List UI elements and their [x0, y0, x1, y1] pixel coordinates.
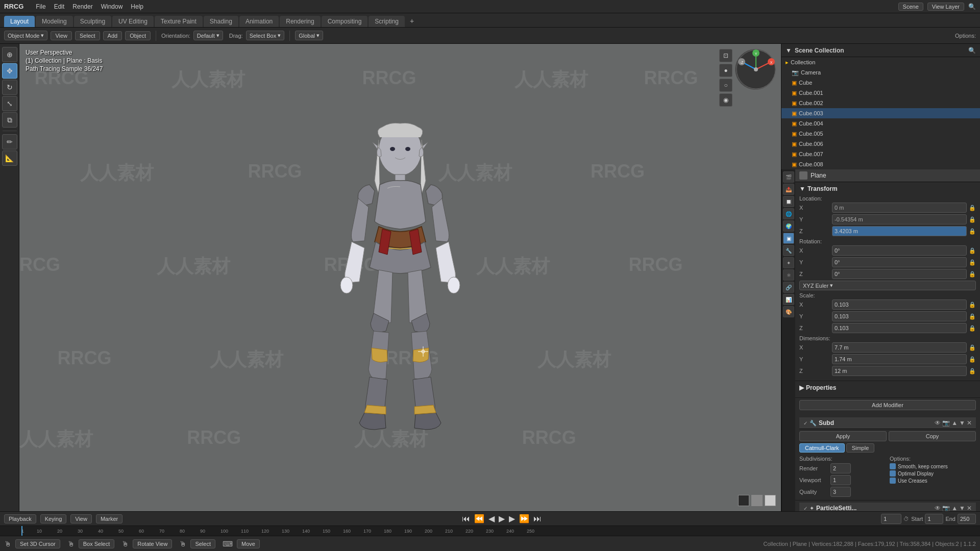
set-3d-cursor-button[interactable]: Set 3D Cursor — [15, 539, 60, 548]
subd-down-icon[interactable]: ▼ — [959, 419, 965, 427]
prev-frame-icon[interactable]: ◀ — [488, 514, 495, 523]
rotate-view-button[interactable]: Rotate View — [133, 539, 172, 548]
subd-visibility-icon[interactable]: 👁 — [935, 419, 941, 427]
cursor-tool[interactable]: ⊕ — [2, 47, 17, 62]
prop-render-icon[interactable]: 🎬 — [783, 171, 794, 183]
color-swatch-dark[interactable] — [738, 495, 749, 506]
select-status-button[interactable]: Select — [190, 539, 215, 548]
scale-x-input[interactable] — [832, 299, 967, 310]
move-status-button[interactable]: Move — [237, 539, 260, 548]
location-y-input[interactable] — [832, 214, 967, 224]
scene-selector[interactable]: Scene — [898, 3, 923, 11]
navigation-gizmo[interactable]: Y X -Z — [735, 49, 776, 90]
play-icon[interactable]: ▶ — [499, 514, 505, 523]
skip-start-icon[interactable]: ⏮ — [462, 514, 470, 523]
object-button[interactable]: Object — [125, 31, 151, 40]
tab-compositing[interactable]: Compositing — [322, 16, 368, 27]
prop-particles-icon[interactable]: ✦ — [783, 257, 794, 268]
color-swatch-light[interactable] — [765, 495, 776, 506]
particle0-up-icon[interactable]: ▲ — [951, 505, 958, 511]
keying-button[interactable]: Keying — [40, 514, 67, 523]
outliner-cube003[interactable]: ▣ Cube.003 — [781, 108, 980, 118]
render-input[interactable] — [830, 463, 851, 473]
particle0-render-icon[interactable]: 📷 — [942, 505, 950, 511]
outliner-cube005[interactable]: ▣ Cube.005 — [781, 129, 980, 139]
tab-scripting[interactable]: Scripting — [369, 16, 405, 27]
viewport-gizmo[interactable]: Y X -Z — [735, 49, 776, 90]
dim-y-input[interactable] — [832, 354, 967, 364]
start-frame-input[interactable] — [925, 514, 943, 524]
outliner-camera[interactable]: 📷 Camera — [781, 67, 980, 78]
tab-rendering[interactable]: Rendering — [280, 16, 320, 27]
measure-tool[interactable]: 📐 — [2, 151, 17, 166]
annotate-tool[interactable]: ✏ — [2, 134, 17, 149]
smooth-corners-checkbox[interactable] — [890, 463, 896, 469]
marker-button[interactable]: Marker — [96, 514, 122, 523]
scale-x-lock-icon[interactable]: 🔒 — [969, 302, 976, 308]
prop-constraints-icon[interactable]: 🔗 — [783, 282, 794, 293]
prop-view-layer-icon[interactable]: 🔲 — [783, 196, 794, 207]
prop-world-icon[interactable]: 🌍 — [783, 220, 794, 232]
particle0-close-icon[interactable]: ✕ — [967, 505, 972, 511]
box-select-button[interactable]: Box Select — [79, 539, 115, 548]
end-frame-input[interactable] — [958, 514, 976, 524]
prop-modifier-icon[interactable]: 🔧 — [783, 245, 794, 256]
viewport-wireframe-icon[interactable]: ○ — [719, 79, 732, 92]
menu-render[interactable]: Render — [68, 2, 96, 11]
move-tool[interactable]: ✥ — [2, 63, 17, 79]
subd-close-icon[interactable]: ✕ — [967, 419, 972, 427]
rotation-x-lock-icon[interactable]: 🔒 — [969, 247, 976, 254]
outliner-cube004[interactable]: ▣ Cube.004 — [781, 118, 980, 129]
dim-y-lock-icon[interactable]: 🔒 — [969, 356, 976, 363]
rotation-mode-dropdown[interactable]: XYZ Euler ▾ — [799, 281, 976, 290]
outliner-cube[interactable]: ▣ Cube — [781, 78, 980, 88]
location-z-input[interactable] — [832, 226, 967, 236]
prop-output-icon[interactable]: 📤 — [783, 184, 794, 195]
tab-add-button[interactable]: + — [406, 15, 418, 27]
color-swatch-mid[interactable] — [751, 495, 763, 506]
current-frame-input[interactable] — [881, 514, 901, 524]
prop-data-icon[interactable]: 📊 — [783, 294, 794, 305]
location-z-lock-icon[interactable]: 🔒 — [969, 228, 976, 235]
dim-z-input[interactable] — [832, 366, 967, 376]
tab-animation[interactable]: Animation — [239, 16, 279, 27]
search-icon[interactable]: 🔍 — [968, 3, 976, 10]
prop-material-icon[interactable]: 🎨 — [783, 306, 794, 317]
prop-physics-icon[interactable]: ⚛ — [783, 269, 794, 281]
outliner-cube001[interactable]: ▣ Cube.001 — [781, 88, 980, 98]
drag-dropdown[interactable]: Select Box ▾ — [246, 31, 285, 40]
prev-keyframe-icon[interactable]: ⏪ — [474, 514, 484, 523]
layer-selector[interactable]: View Layer — [927, 3, 964, 11]
object-name[interactable]: Plane — [811, 172, 826, 179]
tab-modeling[interactable]: Modeling — [36, 16, 73, 27]
menu-file[interactable]: File — [32, 2, 50, 11]
particle0-enable-icon[interactable]: ✓ — [803, 506, 807, 511]
playback-button[interactable]: Playback — [4, 514, 36, 523]
orientation-dropdown[interactable]: Default ▾ — [193, 31, 223, 40]
menu-window[interactable]: Window — [97, 2, 127, 11]
rotation-y-lock-icon[interactable]: 🔒 — [969, 259, 976, 266]
next-frame-icon[interactable]: ▶ — [509, 514, 515, 523]
view-button[interactable]: View — [51, 31, 72, 40]
scale-tool[interactable]: ⤡ — [2, 96, 17, 111]
viewport-solid-icon[interactable]: ● — [719, 64, 732, 77]
rotate-tool[interactable]: ↻ — [2, 80, 17, 95]
timeline-track[interactable]: 1 10 20 30 40 50 60 70 80 90 100 110 120… — [0, 526, 980, 536]
viewport-input[interactable] — [830, 475, 851, 485]
scale-z-lock-icon[interactable]: 🔒 — [969, 325, 976, 332]
prop-scene-icon[interactable]: 🌐 — [783, 208, 794, 219]
tab-shading[interactable]: Shading — [204, 16, 238, 27]
tab-texture-paint[interactable]: Texture Paint — [155, 16, 203, 27]
apply-button[interactable]: Apply — [799, 431, 887, 441]
properties-collapse-header[interactable]: ▶ Properties — [799, 384, 976, 391]
outliner-collection[interactable]: ▸ Collection — [781, 57, 980, 67]
simple-tab[interactable]: Simple — [846, 443, 875, 453]
outliner-cube002[interactable]: ▣ Cube.002 — [781, 98, 980, 108]
viewport-material-icon[interactable]: ◉ — [719, 93, 732, 107]
prop-object-icon[interactable]: ▣ — [783, 233, 794, 244]
tab-layout[interactable]: Layout — [4, 16, 35, 27]
subd-up-icon[interactable]: ▲ — [951, 419, 958, 427]
rotation-z-input[interactable] — [832, 269, 967, 279]
dim-z-lock-icon[interactable]: 🔒 — [969, 368, 976, 374]
menu-edit[interactable]: Edit — [50, 2, 69, 11]
